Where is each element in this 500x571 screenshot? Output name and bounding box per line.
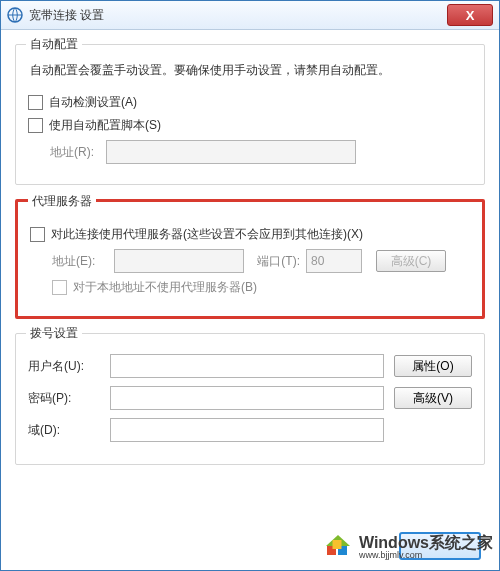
bypass-local-checkbox[interactable] bbox=[52, 280, 67, 295]
password-row: 密码(P): 高级(V) bbox=[28, 386, 472, 410]
dialup-advanced-button[interactable]: 高级(V) bbox=[394, 387, 472, 409]
dialog-window: 宽带连接 设置 X 自动配置 自动配置会覆盖手动设置。要确保使用手动设置，请禁用… bbox=[0, 0, 500, 571]
group-caption-auto: 自动配置 bbox=[26, 36, 82, 53]
group-caption-proxy: 代理服务器 bbox=[28, 193, 96, 210]
group-dialup: 拨号设置 用户名(U): 属性(O) 密码(P): 高级(V) 域(D): bbox=[15, 333, 485, 465]
proxy-address-label: 地址(E): bbox=[52, 253, 108, 270]
proxy-port-label: 端口(T): bbox=[250, 253, 300, 270]
script-address-row: 地址(R): bbox=[50, 140, 472, 164]
script-address-label: 地址(R): bbox=[50, 144, 106, 161]
properties-button[interactable]: 属性(O) bbox=[394, 355, 472, 377]
proxy-port-input[interactable] bbox=[306, 249, 362, 273]
svg-rect-1 bbox=[327, 546, 336, 555]
bypass-local-label: 对于本地地址不使用代理服务器(B) bbox=[73, 279, 257, 296]
use-proxy-checkbox[interactable] bbox=[30, 227, 45, 242]
proxy-address-input[interactable] bbox=[114, 249, 244, 273]
svg-rect-2 bbox=[338, 546, 347, 555]
windows-logo-icon bbox=[323, 531, 353, 564]
ok-button[interactable] bbox=[399, 532, 481, 560]
group-proxy: 代理服务器 对此连接使用代理服务器(这些设置不会应用到其他连接)(X) 地址(E… bbox=[15, 199, 485, 319]
globe-icon bbox=[7, 7, 23, 23]
use-script-checkbox[interactable] bbox=[28, 118, 43, 133]
username-input[interactable] bbox=[110, 354, 384, 378]
use-proxy-label: 对此连接使用代理服务器(这些设置不会应用到其他连接)(X) bbox=[51, 226, 363, 243]
group-auto-config: 自动配置 自动配置会覆盖手动设置。要确保使用手动设置，请禁用自动配置。 自动检测… bbox=[15, 44, 485, 185]
close-icon: X bbox=[466, 8, 475, 23]
titlebar: 宽带连接 设置 X bbox=[1, 1, 499, 30]
domain-row: 域(D): bbox=[28, 418, 472, 442]
domain-label: 域(D): bbox=[28, 422, 100, 439]
use-script-row: 使用自动配置脚本(S) bbox=[28, 117, 472, 134]
username-row: 用户名(U): 属性(O) bbox=[28, 354, 472, 378]
script-address-input[interactable] bbox=[106, 140, 356, 164]
dialog-footer bbox=[399, 532, 481, 560]
bypass-local-row: 对于本地地址不使用代理服务器(B) bbox=[52, 279, 470, 296]
auto-detect-label: 自动检测设置(A) bbox=[49, 94, 137, 111]
close-button[interactable]: X bbox=[447, 4, 493, 26]
username-label: 用户名(U): bbox=[28, 358, 100, 375]
window-title: 宽带连接 设置 bbox=[29, 7, 104, 24]
password-label: 密码(P): bbox=[28, 390, 100, 407]
client-area: 自动配置 自动配置会覆盖手动设置。要确保使用手动设置，请禁用自动配置。 自动检测… bbox=[1, 30, 499, 465]
use-proxy-row: 对此连接使用代理服务器(这些设置不会应用到其他连接)(X) bbox=[30, 226, 470, 243]
proxy-advanced-button[interactable]: 高级(C) bbox=[376, 250, 446, 272]
auto-detect-checkbox[interactable] bbox=[28, 95, 43, 110]
use-script-label: 使用自动配置脚本(S) bbox=[49, 117, 161, 134]
svg-rect-3 bbox=[332, 540, 341, 549]
proxy-address-row: 地址(E): 端口(T): 高级(C) bbox=[52, 249, 470, 273]
auto-detect-row: 自动检测设置(A) bbox=[28, 94, 472, 111]
password-input[interactable] bbox=[110, 386, 384, 410]
auto-config-description: 自动配置会覆盖手动设置。要确保使用手动设置，请禁用自动配置。 bbox=[30, 61, 472, 80]
domain-input[interactable] bbox=[110, 418, 384, 442]
group-caption-dialup: 拨号设置 bbox=[26, 325, 82, 342]
